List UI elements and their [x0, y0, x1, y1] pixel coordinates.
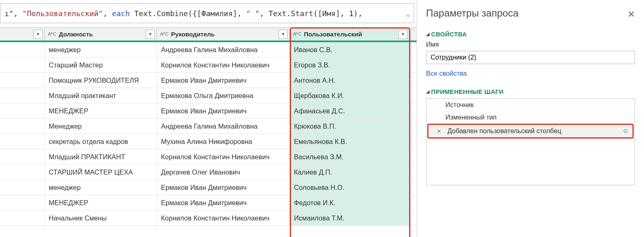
formula-text: ı", "Пользовательский", each Text.Combin… [5, 9, 362, 18]
table-cell[interactable]: Начальник Смены [45, 211, 157, 225]
collapse-icon: ◢ [426, 89, 429, 94]
table-cell[interactable]: МЕНЕДЖЕР [45, 195, 157, 210]
table-cell[interactable] [0, 195, 45, 210]
table-cell[interactable]: Ермаков Иван Дмитриевич [157, 180, 290, 195]
table-cell[interactable] [0, 211, 45, 225]
table-cell[interactable] [0, 73, 45, 88]
query-settings-panel: Параметры запроса ✕ ◢ СВОЙСТВА Имя Все с… [417, 0, 644, 237]
gear-icon[interactable]: ⚙ [623, 128, 628, 134]
formula-expand-icon[interactable]: ⌄ [406, 9, 410, 18]
table-cell[interactable]: Помощник РУКОВОДИТЕЛЯ [45, 73, 157, 88]
table-cell[interactable] [0, 180, 45, 195]
col-header-label: Должность [59, 31, 93, 38]
formula-bar[interactable]: ı", "Пользовательский", each Text.Combin… [0, 3, 414, 23]
table-cell[interactable]: Исмаилова Т.М. [290, 211, 410, 225]
table-cell[interactable] [0, 103, 45, 118]
table-row[interactable]: СТАРШИЙ МАСТЕР ЦЕХАДергачев Олег Иванови… [0, 165, 417, 180]
applied-step[interactable]: ✕Добавлен пользовательский столбец⚙ [427, 124, 634, 139]
query-name-input[interactable] [426, 51, 635, 64]
data-table: ▼ AᴮC Должность ▼ AᴮC Руководитель ▼ AᴮC… [0, 27, 417, 226]
table-cell[interactable]: Емельянова К.В. [290, 134, 410, 149]
table-cell[interactable]: Корнилов Константин Николаевич [157, 149, 290, 164]
step-label: Источник [445, 101, 474, 108]
table-row[interactable]: секретарь отдела кадровМухина Алина Ники… [0, 134, 417, 149]
table-row[interactable]: МЕНЕДЖЕРЕрмаков Иван ДмитриевичАфанасьев… [0, 103, 417, 119]
collapse-icon: ◢ [426, 31, 429, 37]
table-row[interactable]: МЕНЕДЖЕРЕрмаков Иван ДмитриевичФедотов И… [0, 195, 417, 211]
step-label: Измененный тип [445, 114, 497, 121]
table-cell[interactable]: Ермаков Иван Дмитриевич [157, 103, 290, 118]
table-cell[interactable]: Ермаков Иван Дмитриевич [157, 73, 290, 88]
table-cell[interactable]: менеджер [45, 42, 157, 57]
table-row[interactable]: Старший МастерКорнилов Константин Никола… [0, 57, 417, 73]
table-cell[interactable] [0, 57, 45, 72]
table-cell[interactable] [0, 165, 45, 180]
table-cell[interactable]: Ермаков Иван Дмитриевич [157, 195, 290, 210]
steps-section-header[interactable]: ◢ ПРИМЕНЕННЫЕ ШАГИ [426, 88, 635, 95]
table-cell[interactable]: Соловьева Н.О. [290, 180, 410, 195]
table-row[interactable]: Младший практикантЕрмакова Ольга Дмитрие… [0, 88, 417, 103]
table-cell[interactable]: Андреева Галина Михайловна [157, 42, 290, 57]
step-label: Добавлен пользовательский столбец [447, 127, 561, 134]
table-cell[interactable] [0, 134, 45, 149]
table-cell[interactable]: Федотов И.К. [290, 195, 410, 210]
col-header-manager[interactable]: AᴮC Руководитель ▼ [157, 28, 290, 41]
table-cell[interactable]: Мухина Алина Никифоровна [157, 134, 290, 149]
table-cell[interactable]: Калиев Д.П. [290, 165, 410, 180]
table-cell[interactable]: Младший ПРАКТИКАНТ [45, 149, 157, 164]
table-header-row: ▼ AᴮC Должность ▼ AᴮC Руководитель ▼ AᴮC… [0, 27, 417, 42]
table-cell[interactable]: Антонов А.Н. [290, 73, 410, 88]
table-cell[interactable]: Андреева Галина Михайловна [157, 119, 290, 134]
col-header-blank[interactable]: ▼ [0, 28, 45, 41]
properties-section-header[interactable]: ◢ СВОЙСТВА [426, 31, 635, 38]
table-cell[interactable]: Крюкова В.П. [290, 119, 410, 134]
table-row[interactable]: Младший ПРАКТИКАНТКорнилов Константин Ни… [0, 149, 417, 165]
applied-step[interactable]: ✕Источник⚙ [426, 99, 635, 111]
col-header-custom[interactable]: AᴮC Пользовательский ▼ [290, 28, 410, 41]
table-row[interactable]: Помощник РУКОВОДИТЕЛЯЕрмаков Иван Дмитри… [0, 73, 417, 88]
table-cell[interactable] [0, 88, 45, 103]
table-cell[interactable]: Щербакова К.И. [290, 88, 410, 103]
table-cell[interactable] [0, 119, 45, 134]
all-properties-link[interactable]: Все свойства [426, 70, 467, 77]
applied-step[interactable]: ✕Измененный тип⚙ [426, 111, 635, 124]
table-cell[interactable]: менеджер [45, 180, 157, 195]
table-cell[interactable]: Корнилов Константин Николаевич [157, 57, 290, 72]
table-row[interactable]: МенеджерАндреева Галина МихайловнаКрюков… [0, 119, 417, 134]
table-row[interactable]: менеджерАндреева Галина МихайловнаИванов… [0, 42, 417, 57]
table-cell[interactable]: Егоров З.В. [290, 57, 410, 72]
delete-step-icon[interactable]: ✕ [437, 128, 441, 134]
col-header-position[interactable]: AᴮC Должность ▼ [45, 28, 157, 41]
table-cell[interactable] [0, 149, 45, 164]
col-header-label: Пользовательский [304, 31, 362, 38]
table-cell[interactable]: Корнилов Константин Николаевич [157, 211, 290, 225]
table-cell[interactable]: Младший практикант [45, 88, 157, 103]
type-text-icon: AᴮC [160, 31, 168, 37]
table-cell[interactable]: секретарь отдела кадров [45, 134, 157, 149]
filter-icon[interactable]: ▼ [33, 30, 43, 39]
table-cell[interactable]: Старший Мастер [45, 57, 157, 72]
filter-icon[interactable]: ▼ [398, 30, 407, 39]
main-panel: ı", "Пользовательский", each Text.Combin… [0, 0, 417, 237]
table-cell[interactable]: Васильева З.М. [290, 149, 410, 164]
filter-icon[interactable]: ▼ [146, 30, 155, 39]
panel-title: Параметры запроса [426, 7, 635, 19]
table-cell[interactable]: Иванов С.В. [290, 42, 410, 57]
applied-steps-list: ✕Источник⚙✕Измененный тип⚙✕Добавлен поль… [426, 98, 635, 185]
table-cell[interactable]: Менеджер [45, 119, 157, 134]
type-text-icon: AᴮC [48, 31, 56, 37]
table-cell[interactable]: Ермакова Ольга Дмитриевна [157, 88, 290, 103]
table-cell[interactable]: Афанасьев Д.С. [290, 103, 410, 118]
filter-icon[interactable]: ▼ [279, 30, 288, 39]
table-cell[interactable]: МЕНЕДЖЕР [45, 103, 157, 118]
table-cell[interactable] [0, 42, 45, 57]
table-row[interactable]: менеджерЕрмаков Иван ДмитриевичСоловьева… [0, 180, 417, 195]
type-text-icon: AᴮC [293, 31, 301, 37]
table-row[interactable]: Начальник СменыКорнилов Константин Никол… [0, 211, 417, 226]
table-cell[interactable]: Дергачев Олег Иванович [157, 165, 290, 180]
close-icon[interactable]: ✕ [627, 9, 635, 20]
table-cell[interactable]: СТАРШИЙ МАСТЕР ЦЕХА [45, 165, 157, 180]
col-header-label: Руководитель [171, 31, 215, 38]
name-label: Имя [426, 41, 635, 48]
